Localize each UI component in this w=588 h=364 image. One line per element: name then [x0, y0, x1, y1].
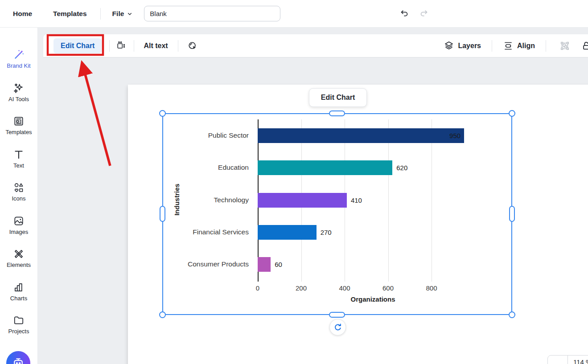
chart-x-tick-label: 200: [288, 284, 315, 292]
selection-handle-top-right[interactable]: [509, 110, 515, 117]
chart-category-label: Education: [163, 164, 249, 172]
sidebar-item-brand-kit[interactable]: Brand Kit: [0, 49, 38, 82]
align-button[interactable]: Align: [503, 41, 535, 51]
images-icon: [13, 215, 25, 227]
chart-bar: [258, 257, 271, 272]
chart-plot: Industries Organizations 0200400600800Pu…: [163, 114, 512, 315]
resize-icon: [116, 41, 126, 51]
zoom-widget-spacer[interactable]: [548, 356, 568, 364]
rotate-button[interactable]: [329, 319, 346, 335]
brand-kit-icon: [13, 49, 25, 61]
sidebar-item-label: Charts: [10, 295, 27, 302]
lock-open-icon: [581, 41, 588, 51]
charts-icon: [13, 282, 25, 293]
templates-link[interactable]: Templates: [53, 10, 87, 18]
sidebar-item-label: Text: [13, 162, 24, 169]
chart-x-tick-label: 800: [418, 284, 445, 292]
interactivity-button[interactable]: [185, 38, 201, 54]
chart-value-label: 410: [351, 196, 362, 204]
chart-gridline: [388, 119, 389, 282]
top-bar: Home Templates File: [0, 0, 588, 28]
sidebar-item-label: Projects: [8, 328, 29, 335]
chart-bar: [258, 225, 317, 240]
zoom-level-value: 114 %: [568, 356, 588, 364]
chart-context-toolbar: Edit Chart Alt text Layers Align: [43, 34, 588, 57]
chart-gridline: [432, 119, 432, 282]
layers-icon: [444, 41, 454, 51]
rotate-icon: [333, 323, 343, 332]
selection-handle-right[interactable]: [509, 206, 515, 222]
projects-icon: [13, 315, 25, 326]
chart-value-label: 270: [321, 229, 332, 236]
file-menu-button[interactable]: File: [112, 10, 134, 18]
selection-handle-left[interactable]: [160, 206, 165, 222]
align-label: Align: [517, 42, 535, 50]
sidebar-item-label: Brand Kit: [7, 62, 30, 69]
selection-handle-bottom-left[interactable]: [159, 311, 166, 318]
icons-icon: [13, 182, 25, 193]
lock-button[interactable]: [578, 38, 588, 54]
chart-category-label: Financial Services: [163, 228, 249, 236]
document-title-input[interactable]: [144, 6, 280, 21]
home-link[interactable]: Home: [13, 10, 32, 18]
chart-x-tick-label: 600: [375, 284, 402, 292]
interactivity-icon: [188, 41, 197, 51]
divider: [178, 40, 178, 52]
text-icon: [13, 149, 25, 160]
sidebar-item-elements[interactable]: Elements: [0, 248, 38, 282]
sidebar-item-label: Icons: [12, 195, 25, 202]
undo-icon: [399, 9, 409, 19]
zoom-widget[interactable]: 114 %: [547, 355, 588, 364]
left-sidebar: Brand KitAI ToolsTemplatesTextIconsImage…: [0, 28, 38, 364]
resize-chart-button[interactable]: [113, 38, 129, 54]
chart-value-label: 60: [275, 261, 282, 268]
divider: [109, 40, 110, 52]
chart-value-label: 620: [396, 164, 407, 172]
sidebar-items: Brand KitAI ToolsTemplatesTextIconsImage…: [0, 28, 37, 348]
chart-bar: [258, 193, 347, 208]
sidebar-item-icons[interactable]: Icons: [0, 182, 38, 215]
group-button[interactable]: [557, 38, 573, 54]
sidebar-item-images[interactable]: Images: [0, 215, 38, 249]
sidebar-item-label: AI Tools: [8, 96, 29, 102]
layers-button[interactable]: Layers: [444, 41, 481, 51]
sidebar-item-label: Images: [9, 229, 29, 235]
sidebar-item-label: Elements: [7, 262, 31, 268]
sidebar-item-text[interactable]: Text: [0, 149, 38, 182]
assistant-bot-button[interactable]: [6, 351, 30, 364]
sidebar-item-label: Templates: [5, 129, 32, 135]
sidebar-item-charts[interactable]: Charts: [0, 282, 38, 315]
chart-x-tick-label: 0: [244, 284, 271, 292]
chart-x-axis-title: Organizations: [258, 295, 488, 303]
chart-object[interactable]: Industries Organizations 0200400600800Pu…: [163, 114, 512, 315]
chart-value-label: 950: [449, 132, 461, 139]
chevron-down-icon: [126, 10, 133, 17]
redo-button[interactable]: [416, 6, 432, 22]
divider: [492, 40, 492, 52]
selection-handle-top-left[interactable]: [159, 110, 166, 117]
group-icon: [560, 41, 570, 51]
undo-button[interactable]: [396, 6, 412, 22]
alt-text-button[interactable]: Alt text: [144, 42, 168, 50]
templates-icon: [13, 115, 25, 127]
divider: [546, 40, 546, 52]
edit-chart-floating-button[interactable]: Edit Chart: [309, 88, 367, 107]
selection-handle-top[interactable]: [329, 110, 345, 116]
layers-label: Layers: [458, 42, 481, 50]
edit-chart-toolbar-button[interactable]: Edit Chart: [53, 38, 102, 53]
chart-category-label: Public Sector: [163, 131, 249, 139]
robot-icon: [12, 356, 25, 364]
chart-bar: [258, 128, 464, 143]
ai-tools-icon: [13, 82, 25, 94]
sidebar-item-templates[interactable]: Templates: [0, 115, 38, 149]
chart-category-label: Technology: [163, 196, 249, 204]
elements-icon: [13, 248, 25, 260]
file-menu-label: File: [112, 10, 124, 18]
selection-handle-bottom[interactable]: [329, 312, 345, 318]
sidebar-item-projects[interactable]: Projects: [0, 315, 38, 348]
chart-bar: [258, 160, 392, 175]
sidebar-item-ai-tools[interactable]: AI Tools: [0, 82, 38, 116]
chart-x-tick-label: 400: [331, 284, 358, 292]
divider: [134, 40, 134, 52]
selection-handle-bottom-right[interactable]: [509, 311, 515, 318]
